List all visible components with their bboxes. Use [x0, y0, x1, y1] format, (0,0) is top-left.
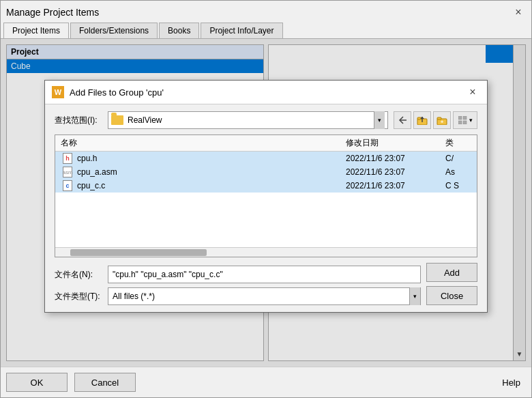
scrollbar-thumb[interactable] [70, 249, 207, 256]
main-titlebar: Manage Project Items × [1, 1, 531, 23]
dialog-close-button-2[interactable]: Close [426, 286, 477, 305]
file-icon-asm: asm [61, 167, 74, 177]
file-rows: h cpu.h 2022/11/6 23:07 C/ asm [55, 152, 477, 247]
cancel-button[interactable]: Cancel [74, 373, 136, 392]
file-type-0: C/ [443, 154, 477, 163]
help-link[interactable]: Help [502, 378, 520, 388]
toolbar-icons: + ▾ [394, 111, 477, 129]
location-row: 查找范围(I): RealView ▾ [55, 111, 477, 129]
file-date-1: 2022/11/6 23:07 [340, 167, 443, 177]
filetype-row: 文件类型(T): All files (*.*) ▾ [55, 287, 421, 305]
file-type-1: As [443, 167, 477, 177]
location-value: RealView [128, 115, 370, 125]
tab-books[interactable]: Books [159, 23, 199, 38]
add-files-dialog: W Add Files to Group 'cpu' × 查找范围(I): Re… [44, 80, 488, 313]
file-date-0: 2022/11/6 23:07 [340, 154, 443, 163]
filetype-label: 文件类型(T): [55, 291, 102, 302]
svg-text:+: + [441, 119, 444, 125]
svg-rect-9 [458, 121, 462, 124]
col-header-type: 类 [443, 137, 477, 149]
filetype-value: All files (*.*) [113, 292, 409, 301]
file-icon-c: c [61, 180, 74, 191]
new-folder-icon[interactable]: + [433, 111, 451, 129]
modal-overlay: W Add Files to Group 'cpu' × 查找范围(I): Re… [1, 39, 531, 367]
dialog-action-buttons: Add Close [426, 263, 477, 305]
file-icon-h: h [61, 153, 74, 164]
dialog-titlebar: W Add Files to Group 'cpu' × [45, 81, 487, 104]
main-footer: OK Cancel Help [1, 367, 531, 397]
main-content: Project Cube ▼ W Add Files to Group 'cpu… [1, 39, 531, 367]
filename-input[interactable] [108, 266, 421, 283]
file-list-header: 名称 修改日期 类 [55, 135, 477, 152]
file-row[interactable]: h cpu.h 2022/11/6 23:07 C/ [55, 152, 477, 165]
file-list-area: 名称 修改日期 类 h cpu.h 2022/11/6 23:0 [55, 134, 477, 257]
ok-button[interactable]: OK [6, 373, 68, 392]
file-name-1: cpu_a.asm [74, 167, 340, 177]
view-options-icon[interactable]: ▾ [453, 111, 477, 129]
up-folder-icon[interactable] [413, 111, 431, 129]
svg-rect-8 [463, 116, 467, 119]
file-type-2: C S [443, 181, 477, 190]
svg-rect-10 [463, 121, 467, 124]
tabs-bar: Project Items Folders/Extensions Books P… [1, 23, 531, 39]
svg-rect-7 [458, 116, 462, 119]
dialog-title-text: Add Files to Group 'cpu' [70, 87, 460, 98]
form-fields: 文件名(N): 文件类型(T): All files (*.*) ▾ [55, 266, 421, 305]
dialog-body: 查找范围(I): RealView ▾ [45, 104, 487, 312]
tab-folders-extensions[interactable]: Folders/Extensions [70, 23, 158, 38]
add-button[interactable]: Add [426, 263, 477, 282]
file-row[interactable]: c cpu_c.c 2022/11/6 23:07 C S [55, 179, 477, 193]
horizontal-scrollbar[interactable] [55, 247, 477, 257]
location-dropdown-arrow[interactable]: ▾ [374, 111, 385, 129]
file-row[interactable]: asm cpu_a.asm 2022/11/6 23:07 As [55, 165, 477, 179]
tab-project-items[interactable]: Project Items [3, 23, 69, 38]
filetype-dropdown-arrow[interactable]: ▾ [409, 287, 420, 305]
main-close-button[interactable]: × [511, 5, 526, 20]
file-date-2: 2022/11/6 23:07 [340, 181, 443, 190]
back-arrow-icon[interactable] [394, 111, 411, 129]
filename-row: 文件名(N): [55, 266, 421, 283]
file-name-0: cpu.h [74, 154, 340, 163]
dialog-title-icon: W [52, 86, 64, 98]
col-header-name: 名称 [55, 137, 340, 149]
main-title: Manage Project Items [6, 7, 99, 18]
filename-label: 文件名(N): [55, 269, 102, 281]
main-window: Manage Project Items × Project Items Fol… [0, 0, 532, 398]
location-dropdown[interactable]: RealView ▾ [108, 111, 388, 129]
filetype-select[interactable]: All files (*.*) ▾ [108, 287, 421, 305]
location-label: 查找范围(I): [55, 115, 102, 126]
tab-project-info[interactable]: Project Info/Layer [201, 23, 282, 38]
dialog-close-button[interactable]: × [465, 85, 480, 100]
folder-icon [111, 115, 123, 125]
file-name-2: cpu_c.c [74, 181, 340, 190]
col-header-date: 修改日期 [340, 137, 443, 149]
form-area: 文件名(N): 文件类型(T): All files (*.*) ▾ [55, 263, 477, 305]
